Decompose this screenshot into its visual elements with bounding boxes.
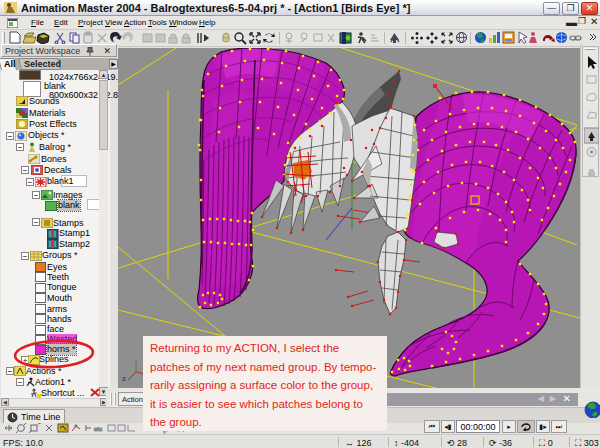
svg-text:z: z xyxy=(122,374,126,383)
svg-text:etc: etc xyxy=(94,426,102,432)
